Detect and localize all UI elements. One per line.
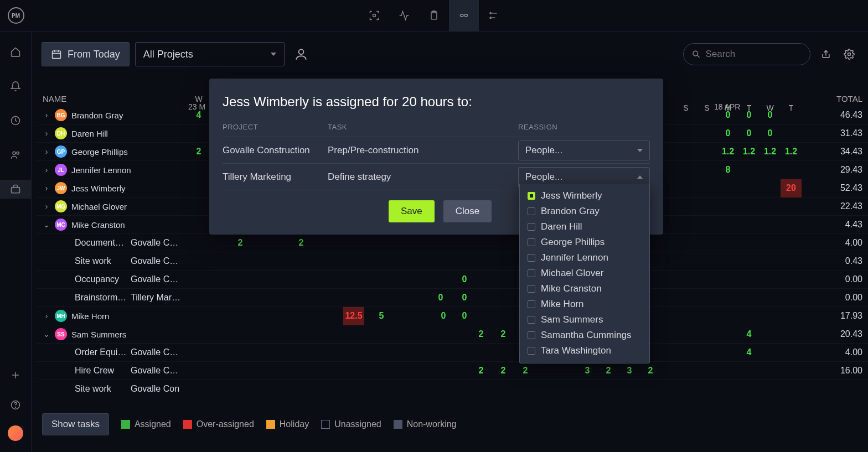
workload-cell[interactable]: 4 xyxy=(738,325,760,344)
app-logo[interactable]: PM xyxy=(0,0,32,32)
workload-cell[interactable]: 1.2 xyxy=(717,143,738,161)
workload-cell[interactable]: 2 xyxy=(291,234,312,252)
chevron-right-icon[interactable]: › xyxy=(43,202,50,211)
person-row[interactable]: › MH Mike Horn 12.5500 17.93 xyxy=(36,306,868,325)
close-button[interactable]: Close xyxy=(443,200,492,222)
user-avatar[interactable] xyxy=(8,425,23,441)
workload-cell[interactable]: 2 xyxy=(493,325,514,344)
checkbox[interactable] xyxy=(528,238,535,246)
checkbox[interactable] xyxy=(528,331,535,339)
workload-cell[interactable]: 2 xyxy=(515,362,536,380)
workload-cell[interactable]: 1.2 xyxy=(781,143,802,161)
checkbox[interactable] xyxy=(528,207,535,215)
checkbox[interactable] xyxy=(528,285,535,293)
person-row[interactable]: ⌄ SS Sam Summers 2224 20.43 xyxy=(36,325,868,343)
workload-cell[interactable]: 2 xyxy=(188,143,209,161)
checkbox[interactable] xyxy=(528,269,535,277)
checkbox[interactable] xyxy=(528,254,535,262)
workload-cell[interactable]: 0 xyxy=(430,289,451,307)
workload-cell[interactable]: 2 xyxy=(640,362,661,380)
chevron-down-icon[interactable]: ⌄ xyxy=(43,330,50,339)
workload-cell[interactable]: 2 xyxy=(471,325,492,344)
checkbox[interactable] xyxy=(528,300,535,308)
workload-cell[interactable]: 4 xyxy=(188,106,209,124)
people-icon[interactable] xyxy=(0,146,32,164)
timeline-icon[interactable] xyxy=(479,0,509,32)
dropdown-item[interactable]: Michael Glover xyxy=(520,266,649,281)
export-icon[interactable] xyxy=(818,46,834,62)
bell-icon[interactable] xyxy=(0,77,32,96)
from-today-button[interactable]: From Today xyxy=(42,42,130,66)
task-row[interactable]: Hire Crew Govalle Con... 2223232 16.00 xyxy=(36,361,868,380)
workload-cell[interactable]: 1.2 xyxy=(738,143,760,161)
dropdown-item[interactable]: Mike Cranston xyxy=(520,281,649,297)
task-row[interactable]: Brainstorm I... Tillery Mark... 00 0.00 xyxy=(36,288,868,306)
workload-cell[interactable]: 2 xyxy=(230,234,251,252)
person-filter-icon[interactable] xyxy=(293,46,309,62)
dropdown-item[interactable]: Jennifer Lennon xyxy=(520,250,649,266)
dropdown-item[interactable]: Samantha Cummings xyxy=(520,328,649,343)
plus-icon[interactable] xyxy=(0,366,32,385)
people-dropdown[interactable]: Jess WimberlyBrandon GrayDaren HillGeorg… xyxy=(519,184,650,363)
workload-cell[interactable]: 5 xyxy=(371,307,392,325)
home-icon[interactable] xyxy=(0,43,32,61)
dropdown-item[interactable]: George Phillips xyxy=(520,235,649,250)
workload-cell[interactable]: 12.5 xyxy=(343,307,364,325)
checkbox[interactable] xyxy=(528,316,535,324)
dropdown-item[interactable]: Mike Horn xyxy=(520,297,649,312)
scan-icon[interactable] xyxy=(359,0,389,32)
dropdown-item[interactable]: Daren Hill xyxy=(520,219,649,235)
workload-cell[interactable]: 2 xyxy=(493,362,514,380)
task-row[interactable]: Site work Govalle Con... 0.43 xyxy=(36,252,868,270)
dropdown-item[interactable]: Jess Wimberly xyxy=(520,188,649,204)
chevron-right-icon[interactable]: › xyxy=(43,165,50,174)
help-icon[interactable] xyxy=(0,396,32,414)
checkbox[interactable] xyxy=(528,192,535,200)
chevron-right-icon[interactable]: › xyxy=(43,129,50,138)
people-select[interactable]: People... xyxy=(518,141,650,160)
briefcase-icon[interactable] xyxy=(0,180,32,199)
workload-cell[interactable]: 3 xyxy=(577,362,598,380)
link-icon[interactable] xyxy=(449,0,479,32)
gear-icon[interactable] xyxy=(841,46,857,62)
dropdown-item[interactable]: Brandon Gray xyxy=(520,204,649,219)
workload-cell[interactable]: 0 xyxy=(760,124,781,143)
chevron-down-icon[interactable]: ⌄ xyxy=(43,220,50,229)
task-row[interactable]: Order Equip... Govalle Con... 4 4.00 xyxy=(36,343,868,361)
chevron-right-icon[interactable]: › xyxy=(43,184,50,193)
workload-cell[interactable]: 0 xyxy=(433,307,454,325)
workload-cell[interactable]: 0 xyxy=(454,271,475,289)
workload-cell[interactable]: 0 xyxy=(717,106,738,124)
dropdown-item[interactable]: Sam Summers xyxy=(520,312,649,328)
workload-cell[interactable]: 0 xyxy=(760,106,781,124)
workload-cell[interactable]: 4 xyxy=(738,344,760,362)
chevron-right-icon[interactable]: › xyxy=(43,111,50,120)
task-row[interactable]: Occupancy Govalle Con... 0 0.00 xyxy=(36,270,868,288)
workload-cell[interactable]: 0 xyxy=(717,124,738,143)
projects-filter-dropdown[interactable]: All Projects xyxy=(135,42,285,66)
search-input[interactable] xyxy=(683,43,810,65)
workload-cell[interactable]: 0 xyxy=(738,106,760,124)
workload-cell[interactable]: 0 xyxy=(738,124,760,143)
checkbox[interactable] xyxy=(528,347,535,355)
workload-cell[interactable]: 1.2 xyxy=(760,143,781,161)
workload-cell[interactable]: 2 xyxy=(598,362,619,380)
task-row[interactable]: Documents ... Govalle Con... 22 4.00 xyxy=(36,233,868,252)
save-button[interactable]: Save xyxy=(389,200,435,222)
clock-icon[interactable] xyxy=(0,111,32,130)
activity-icon[interactable] xyxy=(389,0,419,32)
workload-cell[interactable]: 0 xyxy=(454,307,475,325)
dropdown-item[interactable]: Tara Washington xyxy=(520,343,649,359)
show-tasks-button[interactable]: Show tasks xyxy=(42,413,109,435)
chevron-right-icon[interactable]: › xyxy=(43,147,50,156)
workload-cell[interactable]: 3 xyxy=(619,362,640,380)
checkbox[interactable] xyxy=(528,223,535,231)
clipboard-icon[interactable] xyxy=(419,0,449,32)
workload-cell[interactable]: 8 xyxy=(717,161,738,179)
task-row[interactable]: Site work Govalle Con xyxy=(36,380,868,397)
person-name: Michael Glover xyxy=(71,202,127,211)
workload-cell[interactable]: 2 xyxy=(471,362,492,380)
workload-cell[interactable]: 0 xyxy=(454,289,475,307)
chevron-right-icon[interactable]: › xyxy=(43,311,50,320)
workload-cell[interactable]: 20 xyxy=(781,179,802,198)
